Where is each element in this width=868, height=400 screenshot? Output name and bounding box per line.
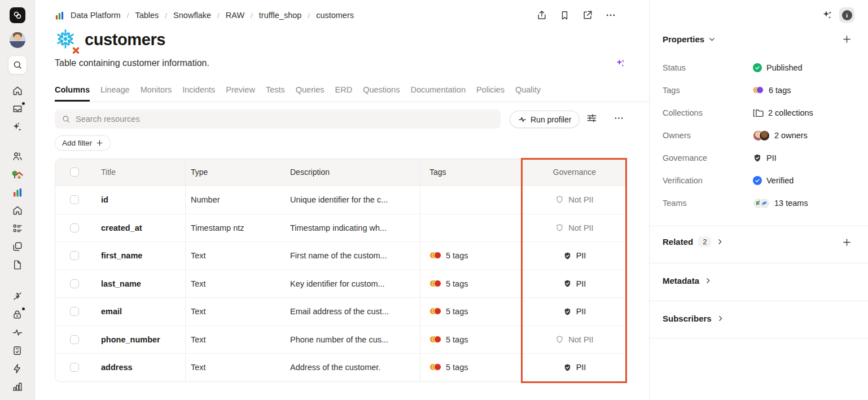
breadcrumb-item[interactable]: truffle_shop	[259, 11, 302, 20]
cell-description[interactable]: Timestamp indicating wh...	[287, 214, 420, 242]
row-checkbox[interactable]	[70, 363, 79, 372]
open-external-icon[interactable]	[582, 10, 593, 21]
share-icon[interactable]	[536, 10, 547, 21]
cell-title[interactable]: created_at	[94, 214, 185, 242]
inbox-icon[interactable]	[10, 101, 25, 117]
home-secondary-icon[interactable]	[10, 203, 25, 218]
cell-title[interactable]: id	[94, 186, 185, 214]
breadcrumb-item[interactable]: Snowflake	[173, 11, 211, 20]
table-row-email[interactable]: email Text Email address of the cust... …	[55, 297, 626, 326]
integrations-plug-icon[interactable]	[10, 288, 25, 304]
analytics-bars-icon[interactable]	[10, 379, 25, 394]
add-related-button[interactable]	[842, 238, 852, 249]
run-profiler-button[interactable]: Run profiler	[510, 111, 580, 128]
tab-tests[interactable]: Tests	[266, 85, 285, 102]
page-description[interactable]: Table containing customer information.	[55, 58, 209, 68]
cell-description[interactable]: Address of the customer.	[287, 354, 420, 381]
tab-documentation[interactable]: Documentation	[410, 85, 466, 102]
tab-erd[interactable]: ERD	[335, 85, 353, 102]
search-resources-box[interactable]	[55, 109, 501, 129]
info-panel-toggle[interactable]: i	[839, 7, 854, 23]
people-icon[interactable]	[10, 148, 25, 164]
cell-tags[interactable]: 5 tags	[420, 354, 521, 381]
cell-title[interactable]: last_name	[94, 270, 185, 298]
metadata-section-header[interactable]: Metadata	[663, 276, 853, 285]
automations-lightning-icon[interactable]	[10, 361, 25, 376]
collections-value[interactable]: 2 collections	[753, 108, 813, 118]
verification-value[interactable]: Verified	[753, 176, 794, 185]
ai-sparkles-icon[interactable]	[10, 119, 25, 135]
colored-chart-icon[interactable]	[10, 184, 25, 200]
tab-queries[interactable]: Queries	[296, 85, 325, 102]
ai-suggest-sparkles-icon[interactable]	[615, 58, 626, 71]
cell-governance[interactable]: PII	[521, 354, 628, 381]
table-row-created-at[interactable]: created_at Timestamp ntz Timestamp indic…	[55, 214, 626, 242]
tab-quality[interactable]: Quality	[515, 85, 541, 102]
search-resources-input[interactable]	[76, 115, 494, 124]
column-header-description[interactable]: Description	[287, 159, 420, 185]
add-filter-button[interactable]: Add filter	[55, 135, 111, 151]
lock-icon[interactable]	[10, 306, 25, 322]
teams-value[interactable]: 13 teams	[753, 198, 808, 209]
filter-sliders-icon[interactable]	[586, 113, 597, 126]
cell-tags[interactable]: 5 tags	[420, 242, 521, 270]
column-header-title[interactable]: Title	[94, 159, 185, 185]
cell-governance[interactable]: PII	[521, 242, 628, 270]
related-section-header[interactable]: Related 2	[663, 236, 853, 247]
tab-preview[interactable]: Preview	[226, 85, 255, 102]
cell-title[interactable]: first_name	[94, 242, 185, 270]
breadcrumb-item[interactable]: Tables	[135, 11, 159, 20]
cell-governance[interactable]: Not PII	[521, 326, 628, 354]
add-property-button[interactable]	[842, 34, 852, 46]
monitors-pulse-icon[interactable]	[10, 324, 25, 340]
collections-icon[interactable]	[10, 239, 25, 254]
home-emoji-icon[interactable]	[10, 166, 25, 182]
subscribers-section-header[interactable]: Subscribers	[663, 314, 853, 323]
properties-heading[interactable]: Properties	[663, 34, 716, 44]
tab-lineage[interactable]: Lineage	[100, 85, 130, 102]
cell-description[interactable]: First name of the custom...	[287, 242, 420, 270]
table-row-last-name[interactable]: last_name Text Key identifier for custom…	[55, 270, 626, 298]
table-row-phone-number[interactable]: phone_number Text Phone number of the cu…	[55, 326, 626, 354]
cell-tags[interactable]: 5 tags	[420, 298, 521, 326]
cell-description[interactable]: Key identifier for custom...	[287, 270, 420, 298]
cell-title[interactable]: address	[94, 354, 185, 381]
column-header-governance[interactable]: Governance	[521, 159, 628, 185]
select-all-checkbox[interactable]	[70, 168, 79, 177]
row-checkbox[interactable]	[70, 195, 79, 204]
cell-title[interactable]: phone_number	[94, 326, 185, 354]
row-checkbox[interactable]	[70, 251, 79, 260]
table-row-address[interactable]: address Text Address of the customer. 5 …	[55, 353, 626, 381]
cell-governance[interactable]: Not PII	[521, 214, 628, 242]
cell-title[interactable]: email	[94, 298, 185, 326]
policies-clipboard-icon[interactable]	[10, 342, 25, 358]
table-row-first-name[interactable]: first_name Text First name of the custom…	[55, 241, 626, 270]
row-checkbox[interactable]	[70, 307, 79, 316]
sidebar-ai-sparkles-icon[interactable]	[822, 9, 833, 23]
cell-governance[interactable]: Not PII	[521, 186, 628, 214]
bookmark-icon[interactable]	[559, 10, 570, 21]
tags-value[interactable]: 6 tags	[753, 86, 791, 95]
cell-description[interactable]: Phone number of the cus...	[287, 326, 420, 354]
tab-columns[interactable]: Columns	[55, 85, 90, 102]
tab-questions[interactable]: Questions	[363, 85, 400, 102]
breadcrumb-item[interactable]: RAW	[226, 11, 244, 20]
more-options-icon[interactable]	[605, 10, 616, 21]
breadcrumb-item[interactable]: customers	[316, 11, 354, 20]
user-avatar[interactable]	[10, 32, 25, 48]
governance-value[interactable]: PII	[753, 153, 777, 162]
workspace-logo-icon[interactable]	[10, 7, 25, 23]
catalog-icon[interactable]	[10, 221, 25, 236]
table-row-id[interactable]: id Number Unique identifier for the c...…	[55, 186, 626, 214]
breadcrumb-item[interactable]: Data Platform	[71, 11, 121, 20]
tab-monitors[interactable]: Monitors	[141, 85, 172, 102]
cell-tags[interactable]: 5 tags	[420, 270, 521, 298]
column-header-type[interactable]: Type	[185, 159, 287, 185]
column-header-tags[interactable]: Tags	[420, 159, 521, 185]
row-checkbox[interactable]	[70, 335, 79, 344]
cell-governance[interactable]: PII	[521, 298, 628, 326]
row-checkbox[interactable]	[70, 223, 79, 232]
document-icon[interactable]	[10, 257, 25, 272]
tab-incidents[interactable]: Incidents	[182, 85, 215, 102]
status-value[interactable]: Published	[753, 63, 803, 72]
